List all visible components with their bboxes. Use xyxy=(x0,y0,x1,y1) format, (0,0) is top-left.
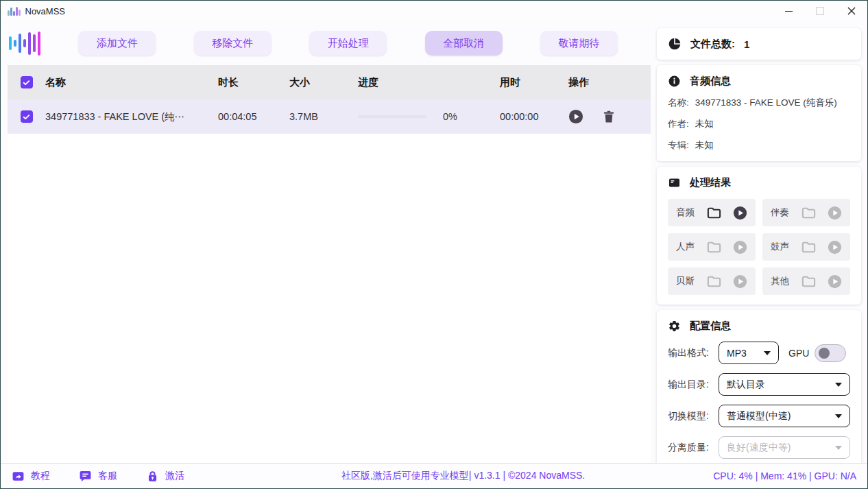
header-name: 名称 xyxy=(45,76,218,89)
file-table: 名称 时长 大小 进度 用时 操作 349771833 - FAKE LOVE … xyxy=(8,65,651,463)
audio-artist-field: 作者: 未知 xyxy=(668,118,850,130)
gpu-label: GPU xyxy=(788,348,809,359)
folder-icon[interactable] xyxy=(801,274,817,289)
window-controls xyxy=(773,1,867,21)
header-duration: 时长 xyxy=(218,76,289,89)
side-panel: 文件总数: 1 音频信息 名称: 349771833 - FAKE LOVE (… xyxy=(651,21,867,463)
activate-link[interactable]: 激活 xyxy=(146,470,184,483)
config-title: 配置信息 xyxy=(690,320,731,333)
file-duration: 00:04:05 xyxy=(218,111,289,122)
results-card: 处理结果 音频 伴奏 人声 xyxy=(657,167,861,305)
chat-icon xyxy=(79,470,92,483)
chevron-down-icon xyxy=(835,414,842,418)
results-title: 处理结果 xyxy=(690,176,731,189)
pie-chart-icon xyxy=(668,37,682,51)
app-icon xyxy=(8,6,21,16)
header-elapsed: 用时 xyxy=(500,76,568,89)
audio-name-field: 名称: 349771833 - FAKE LOVE (纯音乐) xyxy=(668,97,850,109)
file-count-label: 文件总数: xyxy=(690,38,735,51)
start-processing-button[interactable]: 开始处理 xyxy=(309,31,387,56)
maximize-icon[interactable] xyxy=(804,1,836,21)
audio-info-card: 音频信息 名称: 349771833 - FAKE LOVE (纯音乐) 作者:… xyxy=(657,65,861,161)
chevron-down-icon xyxy=(764,351,771,355)
play-icon[interactable] xyxy=(568,109,583,124)
minimize-icon[interactable] xyxy=(773,1,804,21)
window-title: NovaMSS xyxy=(25,6,66,16)
output-format-row: 输出格式: MP3 GPU xyxy=(668,342,850,364)
play-circle-icon[interactable] xyxy=(733,240,747,254)
tutorial-link[interactable]: 教程 xyxy=(12,470,50,483)
quality-row: 分离质量: 良好(速度中等) xyxy=(668,436,850,459)
select-all-checkbox[interactable] xyxy=(21,76,33,88)
close-icon[interactable] xyxy=(836,1,867,21)
system-status: CPU: 4% | Mem: 41% | GPU: N/A xyxy=(713,470,856,481)
table-row[interactable]: 349771833 - FAKE LOVE (纯⋯ 00:04:05 3.7MB… xyxy=(8,99,651,134)
audio-artist-value: 未知 xyxy=(695,118,714,130)
file-elapsed: 00:00:00 xyxy=(500,111,568,122)
result-tile-drums: 鼓声 xyxy=(762,233,850,261)
progress-bar xyxy=(358,115,426,118)
output-dir-select[interactable]: 默认目录 xyxy=(719,373,850,396)
tutorial-icon xyxy=(12,470,25,483)
table-header-row: 名称 时长 大小 进度 用时 操作 xyxy=(8,65,651,99)
file-count-card: 文件总数: 1 xyxy=(657,28,861,60)
results-icon xyxy=(668,176,681,189)
version-text: 社区版,激活后可使用专业模型| v1.3.1 | ©2024 NovaMSS. xyxy=(213,470,713,482)
result-tile-bass: 贝斯 xyxy=(668,267,756,295)
audio-album-field: 专辑: 未知 xyxy=(668,139,850,152)
folder-icon[interactable] xyxy=(706,205,722,221)
play-circle-icon[interactable] xyxy=(733,206,747,220)
progress-percent: 0% xyxy=(443,111,457,122)
output-format-select[interactable]: MP3 xyxy=(719,342,779,364)
add-file-button[interactable]: 添加文件 xyxy=(78,31,156,56)
row-actions xyxy=(568,109,651,124)
cancel-all-button[interactable]: 全部取消 xyxy=(425,31,503,56)
audio-album-value: 未知 xyxy=(695,139,714,152)
delete-icon[interactable] xyxy=(601,109,616,124)
row-checkbox[interactable] xyxy=(21,110,33,123)
folder-icon[interactable] xyxy=(801,205,817,221)
chevron-down-icon xyxy=(835,383,842,387)
info-icon xyxy=(668,75,681,88)
config-card: 配置信息 输出格式: MP3 GPU 输出目录: 默认目录 xyxy=(657,310,861,463)
result-tile-vocals: 人声 xyxy=(668,233,756,261)
play-circle-icon[interactable] xyxy=(828,274,842,289)
play-circle-icon[interactable] xyxy=(733,274,747,289)
quality-select: 良好(速度中等) xyxy=(719,436,850,459)
file-size: 3.7MB xyxy=(289,111,358,122)
result-tile-audio: 音频 xyxy=(668,199,756,226)
model-row: 切换模型: 普通模型(中速) xyxy=(668,405,850,427)
gpu-toggle[interactable] xyxy=(815,344,846,362)
header-size: 大小 xyxy=(289,76,358,89)
remove-file-button[interactable]: 移除文件 xyxy=(194,31,272,56)
file-name: 349771833 - FAKE LOVE (纯⋯ xyxy=(45,110,218,123)
folder-icon[interactable] xyxy=(706,274,722,289)
play-circle-icon[interactable] xyxy=(828,240,842,254)
left-column: 添加文件 移除文件 开始处理 全部取消 敬请期待 名称 时长 大小 xyxy=(1,21,651,463)
audio-name-value: 349771833 - FAKE LOVE (纯音乐) xyxy=(695,97,837,109)
titlebar: NovaMSS xyxy=(1,1,867,21)
folder-icon[interactable] xyxy=(706,239,722,255)
app-window: NovaMSS 添加文件 移除文件 开始处理 全部取消 敬请期待 xyxy=(0,0,868,489)
gear-icon xyxy=(668,320,681,333)
header-progress: 进度 xyxy=(358,76,500,89)
result-tile-other: 其他 xyxy=(762,267,850,295)
file-progress: 0% xyxy=(358,111,500,122)
audio-info-title: 音频信息 xyxy=(690,75,731,88)
footer: 教程 客服 激活 社区版,激活后可使用专业模型| v1.3.1 | ©2024 … xyxy=(1,463,867,488)
folder-icon[interactable] xyxy=(801,239,817,255)
chevron-down-icon xyxy=(835,446,842,450)
result-tile-accompaniment: 伴奏 xyxy=(762,199,850,226)
lock-icon xyxy=(146,470,159,483)
header-actions: 操作 xyxy=(568,76,651,89)
model-select[interactable]: 普通模型(中速) xyxy=(719,405,850,427)
stay-tuned-button[interactable]: 敬请期待 xyxy=(540,31,618,56)
output-dir-row: 输出目录: 默认目录 xyxy=(668,373,850,396)
toolbar: 添加文件 移除文件 开始处理 全部取消 敬请期待 xyxy=(1,21,651,65)
play-circle-icon[interactable] xyxy=(828,206,842,220)
main-area: 添加文件 移除文件 开始处理 全部取消 敬请期待 名称 时长 大小 xyxy=(1,21,867,463)
support-link[interactable]: 客服 xyxy=(79,470,117,483)
file-count-value: 1 xyxy=(744,38,749,50)
waveform-logo-icon xyxy=(9,29,40,57)
